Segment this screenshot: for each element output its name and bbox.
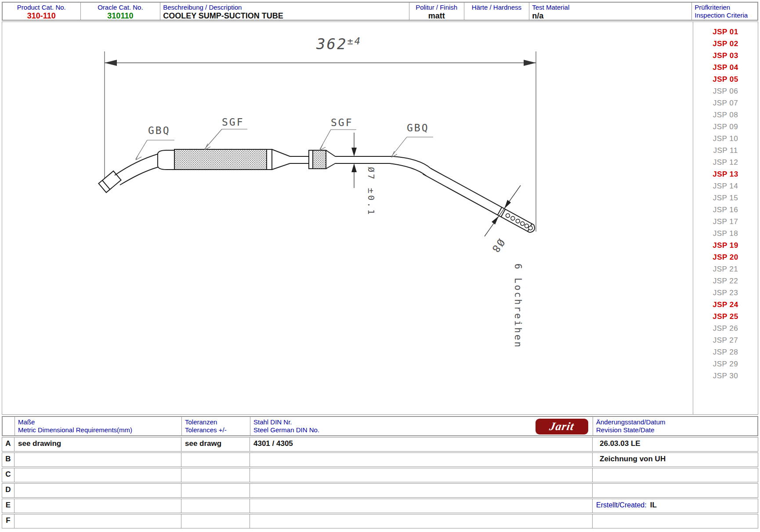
tip-dia-arrow-bottom [492, 216, 499, 224]
row-revision: Erstellt/Created:IL [593, 499, 757, 513]
row-dims [14, 499, 181, 513]
inspection-item: JSP 13 [713, 168, 738, 180]
footer-row: E Erstellt/Created:IL [2, 499, 758, 513]
finish-value: matt [412, 11, 461, 20]
drawing-svg: 362±4 [2, 22, 692, 414]
tip-dia-text: Ø8 [489, 237, 507, 256]
inspection-item: JSP 07 [713, 97, 738, 109]
tip-dia-arrow-top [504, 200, 511, 209]
holes-note-text: 6 Lochreihen [513, 264, 523, 349]
main-band: 362±4 [2, 22, 758, 415]
footer-row: D [2, 483, 758, 498]
finish-cell: Politur / Finish matt [409, 3, 464, 20]
tolerances-header: Toleranzen Tolerances +/- [182, 417, 250, 435]
inspection-item: JSP 29 [713, 358, 738, 370]
row-tolerances [181, 514, 250, 528]
test-material-cell: Test Material n/a [529, 3, 692, 20]
footer-header-row: Maße Metric Dimensional Requirements(mm)… [2, 416, 758, 436]
row-steel: 4301 / 4305 [250, 438, 593, 451]
inspection-item: JSP 09 [713, 121, 738, 133]
criteria-label-de: Prüfkriterien [695, 4, 755, 11]
revision-header-en: Revision State/Date [596, 426, 754, 434]
row-id: C [2, 468, 14, 482]
footer-row: C [2, 468, 758, 482]
header-strip: Product Cat. No. 310-110 Oracle Cat. No.… [2, 2, 758, 21]
row-revision: Zeichnung von UH [593, 453, 757, 467]
row-dims: see drawing [14, 438, 181, 451]
inspection-item: JSP 14 [713, 180, 738, 192]
technical-drawing: 362±4 [2, 22, 693, 415]
criteria-label-en: Inspection Criteria [695, 11, 755, 19]
footer-rows: A see drawing see drawg 4301 / 4305 26.0… [2, 437, 758, 528]
inspection-item: JSP 30 [713, 370, 738, 382]
hardness-cell: Härte / Hardness [464, 3, 530, 20]
row-dims [14, 453, 181, 467]
inspection-item: JSP 01 [713, 26, 738, 38]
dim-arrow-left [105, 60, 117, 66]
row-id: A [2, 438, 14, 451]
row-revision [593, 468, 757, 482]
jarit-logo: Jarit [536, 419, 588, 434]
inspection-item: JSP 15 [713, 192, 738, 204]
test-material-label: Test Material [532, 4, 689, 11]
criteria-header-cell: Prüfkriterien Inspection Criteria [692, 3, 757, 20]
perforated-segment [423, 166, 536, 234]
footer-table: Maße Metric Dimensional Requirements(mm)… [2, 416, 758, 528]
revision-header-de: Änderungsstand/Datum [596, 418, 754, 426]
label-gbq-shaft: GBQ [407, 122, 429, 134]
row-revision [593, 514, 757, 528]
label-gbq-tip: GBQ [148, 125, 170, 136]
row-id: F [2, 514, 14, 528]
footer-id-header [3, 417, 15, 435]
row-tolerances: see drawg [181, 438, 250, 451]
inspection-item: JSP 24 [713, 299, 738, 311]
dim-arrow-right [524, 60, 536, 66]
dims-header-en: Metric Dimensional Requirements(mm) [18, 426, 178, 434]
inspection-item: JSP 25 [713, 311, 738, 322]
row-steel [250, 453, 593, 467]
inspection-item: JSP 05 [713, 73, 738, 85]
row-dims [14, 468, 181, 482]
inspection-item: JSP 19 [713, 239, 738, 251]
row-revision [593, 484, 757, 497]
row-id: D [2, 484, 14, 497]
length-dim-text: 362±4 [316, 35, 362, 53]
tube-dia-arrow-bottom [351, 163, 357, 172]
tolerances-header-en: Tolerances +/- [185, 426, 247, 434]
row-tolerances [181, 453, 250, 467]
inspection-item: JSP 06 [713, 85, 738, 97]
row-revision-value: IL [650, 501, 657, 509]
inspection-item: JSP 21 [713, 263, 738, 275]
inspection-item: JSP 12 [713, 156, 738, 168]
row-steel [250, 514, 593, 528]
row-tolerances [181, 499, 250, 513]
row-dims [14, 514, 181, 528]
inspection-item: JSP 26 [713, 322, 738, 334]
row-tolerances [181, 484, 250, 497]
inspection-item: JSP 27 [713, 334, 738, 346]
inspection-item: JSP 11 [713, 145, 738, 156]
inspection-item: JSP 16 [713, 204, 738, 216]
oracle-cat-cell: Oracle Cat. No. 310110 [81, 3, 161, 20]
row-dims [14, 484, 181, 497]
row-steel [250, 499, 593, 513]
length-dimension [105, 51, 536, 232]
row-id: B [2, 453, 14, 467]
inspection-item: JSP 10 [713, 133, 738, 145]
spec-sheet: Product Cat. No. 310-110 Oracle Cat. No.… [0, 0, 760, 532]
tolerances-header-de: Toleranzen [185, 418, 247, 426]
hardness-label: Härte / Hardness [467, 4, 527, 11]
row-revision-main: 26.03.03 LE [600, 439, 641, 448]
inspection-item: JSP 28 [713, 346, 738, 358]
inspection-item: JSP 17 [713, 216, 738, 228]
inspection-criteria-list: JSP 01JSP 02JSP 03JSP 04JSP 05JSP 06JSP … [693, 22, 758, 415]
tip-left [98, 171, 121, 192]
footer-row: B Zeichnung von UH [2, 452, 758, 467]
product-cat-value: 310-110 [5, 11, 78, 20]
inspection-item: JSP 20 [713, 251, 738, 263]
dims-header-de: Maße [18, 418, 178, 426]
inspection-item: JSP 23 [713, 287, 738, 299]
row-steel [250, 484, 593, 497]
finish-label: Politur / Finish [412, 4, 461, 11]
row-id: E [2, 499, 14, 513]
